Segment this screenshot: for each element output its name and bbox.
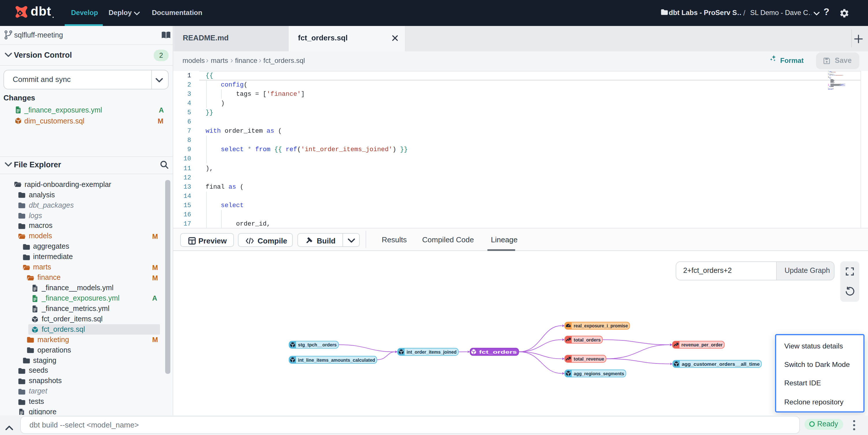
- svg-text:agg_customer_orders__all_time: agg_customer_orders__all_time: [682, 361, 760, 367]
- svg-text:real_exposure_i_promise: real_exposure_i_promise: [574, 323, 628, 329]
- svg-text:total_revenue: total_revenue: [574, 356, 604, 362]
- svg-text:fct_orders: fct_orders: [479, 349, 517, 355]
- svg-text:total_orders: total_orders: [574, 337, 600, 343]
- svg-text:int_line_items_amounts_calcula: int_line_items_amounts_calculated: [298, 357, 375, 363]
- svg-text:agg_regions_segments: agg_regions_segments: [574, 371, 624, 376]
- svg-text:revenue_per_order: revenue_per_order: [681, 342, 723, 347]
- svg-text:int_order_items_joined: int_order_items_joined: [407, 349, 457, 355]
- svg-text:stg_tpch__orders: stg_tpch__orders: [298, 342, 337, 347]
